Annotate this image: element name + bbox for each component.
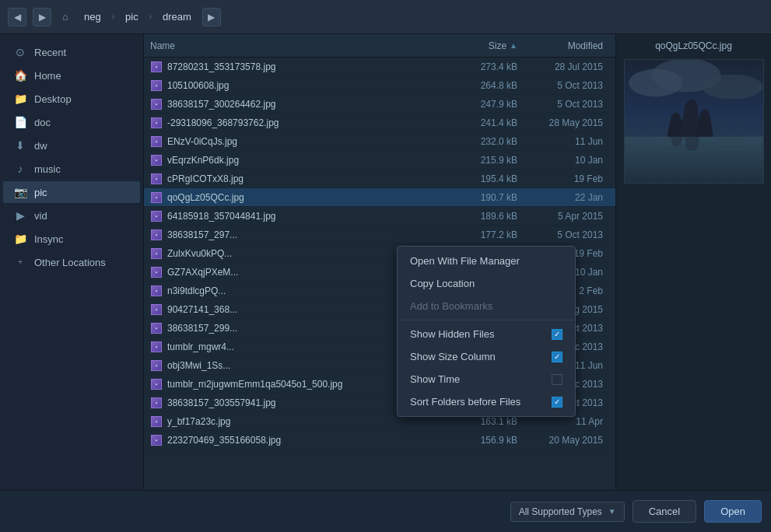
table-row[interactable]: ▪87280231_353173578.jpg273.4 kB28 Jul 20…	[144, 58, 615, 76]
file-dialog: ◀ ▶ ⌂ neg › pic › dream ▶ ⊙ Recent 🏠 Hom…	[0, 0, 771, 532]
context-sort-folders[interactable]: Sort Folders before Files ✓	[398, 390, 575, 413]
context-label-add-bookmarks: Add to Bookmarks	[410, 300, 492, 312]
table-row[interactable]: ▪-29318096_368793762.jpg241.4 kB28 May 2…	[144, 114, 615, 132]
file-modified: 11 Jun	[517, 136, 603, 147]
sidebar-item-doc[interactable]: 📄 doc	[3, 111, 140, 133]
context-label-sort-folders: Sort Folders before Files	[410, 396, 520, 408]
table-row[interactable]: ▪223270469_355166058.jpg156.9 kB20 May 2…	[144, 431, 615, 450]
home-sidebar-icon: 🏠	[14, 69, 26, 82]
table-row[interactable]: ▪64185918_357044841.jpg189.6 kB5 Apr 201…	[144, 207, 615, 226]
context-show-time[interactable]: Show Time	[398, 368, 575, 390]
column-header-modified[interactable]: Modified	[517, 40, 603, 51]
table-row[interactable]: ▪vEqrzKnP6dk.jpg215.9 kB10 Jan	[144, 151, 615, 170]
sidebar-item-music[interactable]: ♪ music	[3, 158, 140, 180]
table-row[interactable]: ▪105100608.jpg264.8 kB5 Oct 2013	[144, 76, 615, 95]
file-thumb-icon: ▪	[150, 173, 163, 185]
file-modified: 5 Oct 2013	[517, 229, 603, 240]
sidebar-item-recent[interactable]: ⊙ Recent	[3, 41, 140, 63]
insync-icon: 📁	[14, 233, 26, 245]
context-show-hidden[interactable]: Show Hidden Files ✓	[398, 323, 575, 345]
sidebar-label-doc: doc	[34, 117, 129, 128]
breadcrumb-pic[interactable]: pic	[121, 9, 143, 24]
sidebar-item-insync[interactable]: 📁 Insync	[3, 228, 140, 250]
context-checkbox-show-size[interactable]: ✓	[552, 352, 562, 362]
context-checkbox-show-hidden[interactable]: ✓	[552, 329, 562, 340]
file-size: 163.1 kB	[447, 416, 517, 427]
sidebar-item-vid[interactable]: ▶ vid	[3, 205, 140, 226]
context-checkbox-sort-folders[interactable]: ✓	[552, 397, 562, 408]
file-thumb-icon: ▪	[150, 434, 163, 446]
table-row[interactable]: ▪cPRgICOTxX8.jpg195.4 kB19 Feb	[144, 170, 615, 188]
file-size: 273.4 kB	[447, 61, 517, 72]
context-copy-location[interactable]: Copy Location	[398, 272, 575, 295]
table-row[interactable]: ▪qoQgLz05QCc.jpg190.7 kB22 Jan	[144, 188, 615, 207]
breadcrumb-sep-1: ›	[112, 12, 114, 21]
desktop-icon: 📁	[14, 93, 26, 105]
file-thumb-icon: ▪	[150, 397, 163, 409]
file-type-dropdown[interactable]: All Supported Types ▼	[510, 502, 625, 522]
toolbar: ◀ ▶ ⌂ neg › pic › dream ▶	[0, 0, 771, 34]
file-modified: 5 Oct 2013	[517, 80, 603, 91]
file-thumb-icon: ▪	[150, 247, 163, 260]
file-name: 64185918_357044841.jpg	[167, 211, 447, 222]
cancel-button[interactable]: Cancel	[633, 500, 696, 523]
file-name: 87280231_353173578.jpg	[167, 61, 447, 72]
breadcrumb-neg[interactable]: neg	[79, 9, 106, 24]
nav-forward-button-2[interactable]: ▶	[202, 8, 221, 26]
file-thumb-icon: ▪	[150, 117, 163, 129]
nav-forward-button[interactable]: ▶	[33, 8, 51, 26]
file-thumb-icon: ▪	[150, 229, 163, 241]
music-icon: ♪	[14, 163, 26, 175]
sidebar-label-music: music	[34, 163, 129, 175]
sidebar-item-desktop[interactable]: 📁 Desktop	[3, 88, 140, 110]
sidebar-item-pic[interactable]: 📷 pic	[3, 181, 140, 203]
column-header-name[interactable]: Name	[150, 40, 447, 51]
context-add-bookmarks: Add to Bookmarks	[398, 295, 575, 317]
open-button[interactable]: Open	[704, 500, 762, 523]
file-modified: 5 Apr 2015	[517, 211, 603, 222]
content-area: ⊙ Recent 🏠 Home 📁 Desktop 📄 doc ⬇ dw ♪	[0, 34, 771, 490]
file-area: Name Size ▲ Modified ▪87280231_353173578…	[144, 34, 615, 490]
sidebar-label-pic: pic	[34, 187, 129, 198]
file-name: 38638157_300264462.jpg	[167, 99, 447, 110]
context-label-show-size: Show Size Column	[410, 351, 496, 362]
file-thumb-icon: ▪	[150, 303, 163, 316]
file-size: 215.9 kB	[447, 155, 517, 166]
column-header-size[interactable]: Size ▲	[447, 40, 517, 51]
file-modified: 11 Apr	[517, 416, 603, 427]
file-size: 264.8 kB	[447, 80, 517, 91]
file-name: vEqrzKnP6dk.jpg	[167, 155, 447, 166]
preview-area: qoQgLz05QCc.jpg	[615, 34, 771, 490]
other-locations-plus-icon: +	[14, 256, 26, 268]
sidebar-label-dw: dw	[34, 140, 129, 152]
context-checkbox-show-time[interactable]	[552, 374, 562, 385]
table-row[interactable]: ▪38638157_300264462.jpg247.9 kB5 Oct 201…	[144, 95, 615, 114]
preview-filename: qoQgLz05QCc.jpg	[655, 40, 732, 51]
sidebar-item-other-locations[interactable]: + Other Locations	[3, 251, 140, 273]
nav-back-button[interactable]: ◀	[8, 8, 26, 26]
file-thumb-icon: ▪	[150, 154, 163, 166]
file-thumb-icon: ▪	[150, 79, 163, 92]
context-open-file-manager[interactable]: Open With File Manager	[398, 250, 575, 272]
file-name: 223270469_355166058.jpg	[167, 435, 447, 446]
sidebar-item-home[interactable]: 🏠 Home	[3, 65, 140, 86]
table-row[interactable]: ▪38638157_297...177.2 kB5 Oct 2013	[144, 226, 615, 244]
dropdown-arrow-icon: ▼	[608, 507, 616, 516]
sidebar-label-insync: Insync	[34, 233, 129, 245]
sidebar-item-dw[interactable]: ⬇ dw	[3, 135, 140, 156]
context-separator-1	[398, 320, 575, 320]
file-size: 232.0 kB	[447, 136, 517, 147]
file-modified: 5 Oct 2013	[517, 99, 603, 110]
context-show-size[interactable]: Show Size Column ✓	[398, 345, 575, 368]
file-thumb-icon: ▪	[150, 191, 163, 204]
sort-arrow-icon: ▲	[510, 41, 517, 50]
file-name: 38638157_297...	[167, 229, 447, 240]
file-modified: 19 Feb	[517, 173, 603, 184]
file-header: Name Size ▲ Modified	[144, 34, 615, 58]
breadcrumb-dream[interactable]: dream	[158, 9, 196, 24]
sidebar-label-home: Home	[34, 70, 129, 82]
context-menu: Open With File Manager Copy Location Add…	[397, 246, 576, 417]
table-row[interactable]: ▪ENzV-0iCqJs.jpg232.0 kB11 Jun	[144, 132, 615, 151]
file-thumb-icon: ▪	[150, 359, 163, 372]
file-thumb-icon: ▪	[150, 61, 163, 73]
